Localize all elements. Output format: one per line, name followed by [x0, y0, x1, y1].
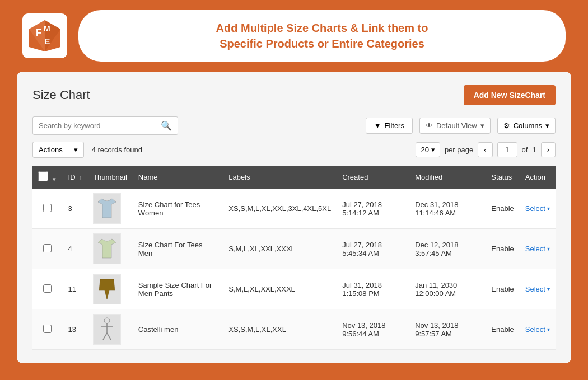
page-of-label: of — [522, 146, 528, 154]
row-labels-0: XS,S,M,L,XL,XXL,3XL,4XL,5XL — [223, 189, 337, 229]
row-action-3: Select ▾ — [520, 309, 556, 350]
row-created-1: Jul 27, 2018 5:45:34 AM — [337, 229, 409, 269]
row-checkbox-3[interactable] — [43, 325, 52, 333]
logo: F M E — [22, 13, 67, 58]
created-column-header[interactable]: Created — [337, 166, 409, 189]
default-view-button[interactable]: 👁 Default View ▾ — [419, 118, 491, 134]
row-modified-0: Dec 31, 2018 11:14:46 AM — [409, 189, 486, 229]
table-row: 3 Size Chart for Tees Women XS,S,M,L,XL,… — [32, 189, 556, 229]
header-title-line2: Specific Products or Entire Categories — [220, 37, 424, 50]
page-number-input[interactable] — [497, 142, 517, 157]
svg-text:F: F — [36, 28, 41, 37]
add-sizechart-button[interactable]: Add New SizeChart — [464, 85, 556, 105]
row-action-0: Select ▾ — [520, 189, 556, 229]
row-checkbox-cell — [32, 229, 63, 269]
main-card: Size Chart Add New SizeChart 🔍 ▼ Filters… — [17, 72, 571, 363]
logo-icon: F M E — [28, 19, 62, 53]
row-name-0: Size Chart for Tees Women — [133, 189, 223, 229]
select-all-checkbox[interactable] — [38, 171, 48, 181]
select-button-1[interactable]: Select ▾ — [525, 245, 550, 253]
per-page-label: per page — [445, 146, 473, 154]
row-modified-2: Jan 11, 2030 12:00:00 AM — [409, 269, 486, 309]
row-id-2: 11 — [63, 269, 88, 309]
filters-button[interactable]: ▼ Filters — [366, 118, 413, 134]
select-button-0[interactable]: Select ▾ — [525, 204, 550, 213]
row-name-2: Sample Size Chart For Men Pants — [133, 269, 223, 309]
labels-column-header[interactable]: Labels — [223, 166, 337, 189]
row-modified-3: Nov 13, 2018 9:57:57 AM — [409, 309, 486, 350]
per-page-value: 20 — [421, 146, 428, 154]
search-input[interactable] — [39, 121, 161, 130]
row-action-1: Select ▾ — [520, 229, 556, 269]
table-row: 11 Sample Size Chart For Men Pants S,M,L… — [32, 269, 556, 309]
row-id-0: 3 — [63, 189, 88, 229]
row-labels-2: S,M,L,XL,XXL,XXXL — [223, 269, 337, 309]
data-table: ▼ ID ↑ Thumbnail Name Labels Created Mod… — [32, 166, 556, 350]
row-checkbox-cell — [32, 269, 63, 309]
row-action-2: Select ▾ — [520, 269, 556, 309]
row-modified-1: Dec 12, 2018 3:57:45 AM — [409, 229, 486, 269]
thumbnail-column-header: Thumbnail — [87, 166, 133, 189]
select-all-header[interactable]: ▼ — [32, 166, 63, 189]
row-checkbox-0[interactable] — [43, 204, 52, 212]
table-row: 4 Size Chart For Tees Men S,M,L,XL,XXL,X… — [32, 229, 556, 269]
search-button[interactable]: 🔍 — [161, 120, 172, 131]
row-created-2: Jul 31, 2018 1:15:08 PM — [337, 269, 409, 309]
page-header: F M E Add Multiple Size Charts & Link th… — [0, 0, 588, 72]
eye-icon: 👁 — [426, 121, 433, 130]
prev-page-button[interactable]: ‹ — [478, 142, 492, 157]
row-name-3: Castelli men — [133, 309, 223, 350]
row-status-0: Enable — [486, 189, 519, 229]
default-view-label: Default View — [436, 121, 477, 130]
row-name-1: Size Chart For Tees Men — [133, 229, 223, 269]
row-thumbnail-2 — [87, 269, 133, 309]
name-column-header[interactable]: Name — [133, 166, 223, 189]
row-thumbnail-0 — [87, 189, 133, 229]
row-checkbox-1[interactable] — [43, 244, 52, 252]
row-checkbox-2[interactable] — [43, 284, 52, 293]
id-column-header[interactable]: ID ↑ — [63, 166, 88, 189]
row-labels-1: S,M,L,XL,XXL,XXXL — [223, 229, 337, 269]
header-title-line1: Add Multiple Size Charts & Link them to — [216, 22, 428, 34]
select-button-2[interactable]: Select ▾ — [525, 285, 550, 293]
row-status-3: Enable — [486, 309, 519, 350]
actions-dropdown[interactable]: Actions ▾ — [32, 142, 84, 158]
row-created-3: Nov 13, 2018 9:56:44 AM — [337, 309, 409, 350]
select-chevron-icon-0: ▾ — [547, 205, 550, 212]
table-header-row: ▼ ID ↑ Thumbnail Name Labels Created Mod… — [32, 166, 556, 189]
row-thumbnail-1 — [87, 229, 133, 269]
actions-chevron-icon: ▾ — [74, 146, 78, 154]
row-id-3: 13 — [63, 309, 88, 350]
columns-button[interactable]: ⚙ Columns ▾ — [497, 118, 556, 134]
row-thumbnail-3 — [87, 309, 133, 350]
toolbar-row2: Actions ▾ 4 records found 20 ▾ per page … — [32, 142, 556, 158]
select-button-3[interactable]: Select ▾ — [525, 325, 550, 334]
row-id-1: 4 — [63, 229, 88, 269]
chevron-down-icon: ▾ — [480, 121, 484, 130]
card-header: Size Chart Add New SizeChart — [32, 85, 556, 105]
table-row: 13 Castelli men XS,S,M,L,XL,XXL Nov 13, … — [32, 309, 556, 350]
columns-label: Columns — [514, 121, 542, 130]
select-chevron-icon-3: ▾ — [547, 326, 550, 332]
records-count: 4 records found — [92, 146, 142, 154]
modified-column-header[interactable]: Modified — [409, 166, 486, 189]
status-column-header[interactable]: Status — [486, 166, 519, 189]
chevron-down-icon2: ▾ — [545, 121, 549, 130]
row-checkbox-cell — [32, 309, 63, 350]
next-page-button[interactable]: › — [541, 142, 556, 157]
row-labels-3: XS,S,M,L,XL,XXL — [223, 309, 337, 350]
per-page-section: 20 ▾ per page ‹ of 1 › — [416, 142, 556, 157]
header-title: Add Multiple Size Charts & Link them to … — [101, 20, 543, 51]
header-text-box: Add Multiple Size Charts & Link them to … — [78, 10, 566, 62]
select-chevron-icon-2: ▾ — [547, 286, 550, 292]
row-checkbox-cell — [32, 189, 63, 229]
page-title: Size Chart — [32, 88, 90, 102]
actions-label: Actions — [39, 146, 63, 154]
filter-icon: ▼ — [374, 121, 381, 130]
id-sort-icon: ▼ — [52, 176, 57, 182]
search-box: 🔍 — [32, 116, 178, 135]
per-page-select[interactable]: 20 ▾ — [416, 142, 440, 157]
svg-text:M: M — [44, 24, 50, 33]
action-column-header: Action — [520, 166, 556, 189]
per-page-chevron-icon: ▾ — [431, 146, 435, 154]
